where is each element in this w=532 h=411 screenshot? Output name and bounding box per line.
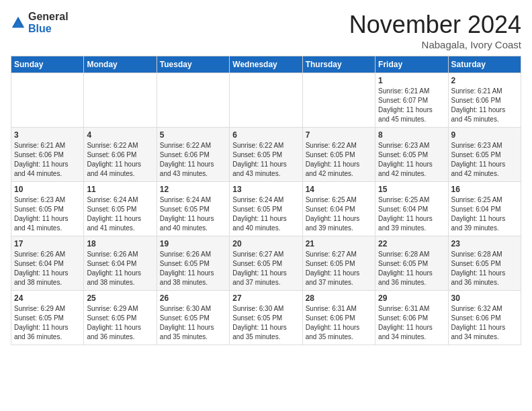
cell-content: Sunrise: 6:22 AM Sunset: 6:06 PM Dayligh… [160, 141, 226, 179]
day-number: 17 [14, 239, 81, 248]
day-number: 4 [87, 130, 153, 140]
calendar-cell: 13Sunrise: 6:24 AM Sunset: 6:05 PM Dayli… [230, 182, 302, 236]
calendar-cell: 15Sunrise: 6:25 AM Sunset: 6:04 PM Dayli… [375, 182, 448, 236]
day-number: 29 [378, 293, 445, 303]
calendar-cell [84, 73, 157, 128]
day-number: 24 [14, 293, 81, 303]
col-header-friday: Friday [375, 56, 448, 73]
day-number: 22 [378, 239, 445, 248]
cell-content: Sunrise: 6:32 AM Sunset: 6:06 PM Dayligh… [451, 304, 518, 342]
day-number: 8 [378, 130, 445, 140]
day-number: 11 [87, 185, 153, 194]
calendar-cell [230, 73, 302, 128]
calendar-cell: 30Sunrise: 6:32 AM Sunset: 6:06 PM Dayli… [448, 291, 521, 345]
day-number: 16 [451, 185, 518, 194]
cell-content: Sunrise: 6:28 AM Sunset: 6:05 PM Dayligh… [451, 250, 518, 287]
day-number: 21 [306, 239, 372, 248]
calendar-header-row: SundayMondayTuesdayWednesdayThursdayFrid… [11, 56, 521, 73]
calendar-cell: 23Sunrise: 6:28 AM Sunset: 6:05 PM Dayli… [448, 236, 521, 291]
cell-content: Sunrise: 6:31 AM Sunset: 6:06 PM Dayligh… [378, 304, 445, 342]
calendar-cell: 10Sunrise: 6:23 AM Sunset: 6:05 PM Dayli… [11, 182, 84, 236]
day-number: 23 [451, 239, 518, 248]
day-number: 18 [87, 239, 153, 248]
day-number: 14 [306, 185, 372, 194]
day-number: 25 [87, 293, 153, 303]
cell-content: Sunrise: 6:23 AM Sunset: 6:05 PM Dayligh… [14, 195, 81, 233]
day-number: 10 [14, 185, 81, 194]
cell-content: Sunrise: 6:31 AM Sunset: 6:06 PM Dayligh… [306, 304, 372, 342]
day-number: 5 [160, 130, 226, 140]
calendar-cell: 29Sunrise: 6:31 AM Sunset: 6:06 PM Dayli… [375, 291, 448, 345]
week-row-2: 3Sunrise: 6:21 AM Sunset: 6:06 PM Daylig… [11, 128, 521, 182]
cell-content: Sunrise: 6:29 AM Sunset: 6:05 PM Dayligh… [14, 304, 81, 342]
week-row-1: 1Sunrise: 6:21 AM Sunset: 6:07 PM Daylig… [11, 73, 521, 128]
week-row-3: 10Sunrise: 6:23 AM Sunset: 6:05 PM Dayli… [11, 182, 521, 236]
calendar-table: SundayMondayTuesdayWednesdayThursdayFrid… [11, 56, 521, 345]
cell-content: Sunrise: 6:27 AM Sunset: 6:05 PM Dayligh… [232, 250, 299, 287]
calendar-cell: 6Sunrise: 6:22 AM Sunset: 6:05 PM Daylig… [230, 128, 302, 182]
day-number: 13 [232, 185, 299, 194]
calendar-cell: 14Sunrise: 6:25 AM Sunset: 6:04 PM Dayli… [302, 182, 375, 236]
calendar-cell: 18Sunrise: 6:26 AM Sunset: 6:04 PM Dayli… [84, 236, 157, 291]
col-header-sunday: Sunday [11, 56, 84, 73]
cell-content: Sunrise: 6:21 AM Sunset: 6:06 PM Dayligh… [14, 141, 81, 179]
calendar-cell: 16Sunrise: 6:25 AM Sunset: 6:04 PM Dayli… [448, 182, 521, 236]
logo: General Blue [11, 11, 69, 34]
cell-content: Sunrise: 6:25 AM Sunset: 6:04 PM Dayligh… [306, 195, 372, 233]
calendar-cell: 19Sunrise: 6:26 AM Sunset: 6:05 PM Dayli… [157, 236, 229, 291]
cell-content: Sunrise: 6:29 AM Sunset: 6:05 PM Dayligh… [87, 304, 153, 342]
logo-blue-text: Blue [28, 23, 69, 35]
cell-content: Sunrise: 6:27 AM Sunset: 6:05 PM Dayligh… [306, 250, 372, 287]
calendar-cell: 11Sunrise: 6:24 AM Sunset: 6:05 PM Dayli… [84, 182, 157, 236]
cell-content: Sunrise: 6:22 AM Sunset: 6:06 PM Dayligh… [87, 141, 153, 179]
cell-content: Sunrise: 6:23 AM Sunset: 6:05 PM Dayligh… [378, 141, 445, 179]
cell-content: Sunrise: 6:26 AM Sunset: 6:05 PM Dayligh… [160, 250, 226, 287]
day-number: 15 [378, 185, 445, 194]
col-header-tuesday: Tuesday [157, 56, 229, 73]
day-number: 19 [160, 239, 226, 248]
cell-content: Sunrise: 6:24 AM Sunset: 6:05 PM Dayligh… [160, 195, 226, 233]
logo-icon [11, 15, 26, 30]
cell-content: Sunrise: 6:25 AM Sunset: 6:04 PM Dayligh… [378, 195, 445, 233]
calendar-cell: 8Sunrise: 6:23 AM Sunset: 6:05 PM Daylig… [375, 128, 448, 182]
calendar-cell: 17Sunrise: 6:26 AM Sunset: 6:04 PM Dayli… [11, 236, 84, 291]
day-number: 6 [232, 130, 299, 140]
title-block: November 2024 Nabagala, Ivory Coast [349, 11, 521, 50]
day-number: 27 [232, 293, 299, 303]
cell-content: Sunrise: 6:26 AM Sunset: 6:04 PM Dayligh… [87, 250, 153, 287]
cell-content: Sunrise: 6:30 AM Sunset: 6:05 PM Dayligh… [232, 304, 299, 342]
day-number: 28 [306, 293, 372, 303]
cell-content: Sunrise: 6:21 AM Sunset: 6:07 PM Dayligh… [378, 87, 445, 124]
day-number: 2 [451, 76, 518, 85]
calendar-cell: 1Sunrise: 6:21 AM Sunset: 6:07 PM Daylig… [375, 73, 448, 128]
cell-content: Sunrise: 6:24 AM Sunset: 6:05 PM Dayligh… [87, 195, 153, 233]
col-header-wednesday: Wednesday [230, 56, 302, 73]
calendar-cell: 5Sunrise: 6:22 AM Sunset: 6:06 PM Daylig… [157, 128, 229, 182]
day-number: 12 [160, 185, 226, 194]
cell-content: Sunrise: 6:22 AM Sunset: 6:05 PM Dayligh… [232, 141, 299, 179]
col-header-saturday: Saturday [448, 56, 521, 73]
week-row-5: 24Sunrise: 6:29 AM Sunset: 6:05 PM Dayli… [11, 291, 521, 345]
calendar-cell: 21Sunrise: 6:27 AM Sunset: 6:05 PM Dayli… [302, 236, 375, 291]
cell-content: Sunrise: 6:24 AM Sunset: 6:05 PM Dayligh… [232, 195, 299, 233]
calendar-cell: 24Sunrise: 6:29 AM Sunset: 6:05 PM Dayli… [11, 291, 84, 345]
page-header: General Blue November 2024 Nabagala, Ivo… [11, 11, 521, 50]
cell-content: Sunrise: 6:26 AM Sunset: 6:04 PM Dayligh… [14, 250, 81, 287]
cell-content: Sunrise: 6:25 AM Sunset: 6:04 PM Dayligh… [451, 195, 518, 233]
calendar-cell: 26Sunrise: 6:30 AM Sunset: 6:05 PM Dayli… [157, 291, 229, 345]
day-number: 30 [451, 293, 518, 303]
col-header-monday: Monday [84, 56, 157, 73]
logo-text: General Blue [28, 11, 69, 34]
cell-content: Sunrise: 6:30 AM Sunset: 6:05 PM Dayligh… [160, 304, 226, 342]
cell-content: Sunrise: 6:22 AM Sunset: 6:05 PM Dayligh… [306, 141, 372, 179]
calendar-cell [11, 73, 84, 128]
calendar-cell: 2Sunrise: 6:21 AM Sunset: 6:06 PM Daylig… [448, 73, 521, 128]
logo-general-text: General [28, 11, 69, 23]
calendar-cell: 28Sunrise: 6:31 AM Sunset: 6:06 PM Dayli… [302, 291, 375, 345]
location: Nabagala, Ivory Coast [349, 39, 521, 50]
day-number: 3 [14, 130, 81, 140]
day-number: 7 [306, 130, 372, 140]
day-number: 9 [451, 130, 518, 140]
day-number: 26 [160, 293, 226, 303]
cell-content: Sunrise: 6:28 AM Sunset: 6:05 PM Dayligh… [378, 250, 445, 287]
